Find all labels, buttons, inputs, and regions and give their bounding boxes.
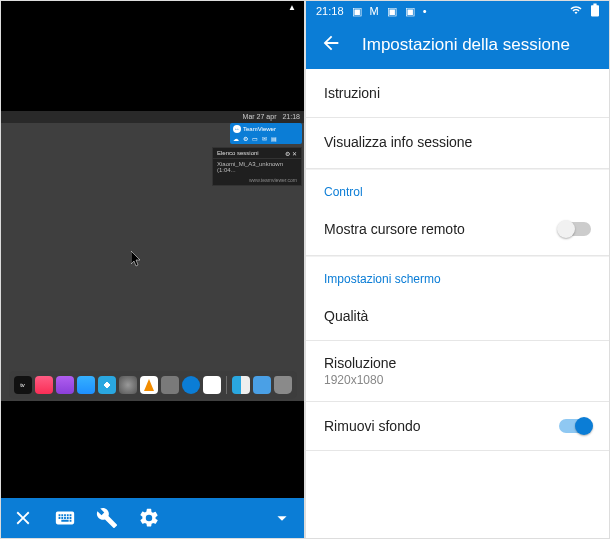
- dock-app-folder[interactable]: [253, 376, 271, 394]
- section-header-control: Control: [306, 169, 609, 205]
- row-label: Qualità: [324, 308, 591, 324]
- dock-app-teamviewer[interactable]: [182, 376, 200, 394]
- keyboard-button[interactable]: [53, 506, 77, 530]
- tv-icon-chat[interactable]: ✉: [262, 135, 267, 142]
- dock-app-music[interactable]: [35, 376, 53, 394]
- menubar-time: 21:18: [282, 113, 300, 120]
- dock-app-podcasts[interactable]: [56, 376, 74, 394]
- settings-list: Istruzioni Visualizza info sessione Cont…: [306, 69, 609, 538]
- status-app2-icon: ▣: [405, 5, 415, 18]
- dock-separator: [226, 376, 227, 394]
- status-battery-icon: [591, 3, 599, 19]
- dock-app-document[interactable]: [203, 376, 221, 394]
- row-label: Mostra cursore remoto: [324, 221, 559, 237]
- row-label: Istruzioni: [324, 85, 591, 101]
- close-session-button[interactable]: [11, 506, 35, 530]
- menubar-date: Mar 27 apr: [243, 113, 277, 120]
- toggle-remote-cursor[interactable]: [559, 222, 591, 236]
- teamviewer-control-panel[interactable]: ↔ TeamViewer ☁ ⚙ ▭ ✉ ▤: [230, 123, 302, 144]
- tv-icon-bubble[interactable]: ☁: [233, 135, 239, 142]
- remote-macos-desktop[interactable]: Mar 27 apr 21:18 ↔ TeamViewer ☁ ⚙ ▭ ✉ ▤: [1, 111, 304, 401]
- row-quality[interactable]: Qualità: [306, 292, 609, 340]
- status-mail-icon: M: [370, 5, 379, 17]
- status-time: 21:18: [316, 5, 344, 17]
- appbar-title: Impostazioni della sessione: [362, 35, 570, 55]
- row-label: Rimuovi sfondo: [324, 418, 559, 434]
- dock-app-appstore[interactable]: [77, 376, 95, 394]
- device-status-bar: ▲: [1, 1, 304, 13]
- remote-session-toolbar: [1, 498, 304, 538]
- session-settings-panel: 21:18 ▣ M ▣ ▣ • Impostazioni della sessi…: [305, 0, 610, 539]
- expand-button[interactable]: [270, 506, 294, 530]
- row-label: Visualizza info sessione: [324, 134, 591, 150]
- tv-icon-settings[interactable]: ⚙: [243, 135, 248, 142]
- teamviewer-logo-icon: ↔: [233, 125, 241, 133]
- tv-icon-more[interactable]: ▤: [271, 135, 277, 142]
- wifi-icon: ▲: [288, 3, 296, 12]
- back-button[interactable]: [320, 32, 342, 58]
- row-resolution[interactable]: Risoluzione 1920x1080: [306, 341, 609, 401]
- section-header-screen: Impostazioni schermo: [306, 256, 609, 292]
- status-image-icon: ▣: [352, 5, 362, 18]
- session-list-header: Elenco sessioni ⚙ ✕: [213, 148, 301, 159]
- dock-app-safari[interactable]: [98, 376, 116, 394]
- dock-app-vlc[interactable]: [140, 376, 158, 394]
- dock-app-launchpad[interactable]: [161, 376, 179, 394]
- tv-icon-screen[interactable]: ▭: [252, 135, 258, 142]
- settings-button[interactable]: [137, 506, 161, 530]
- settings-appbar: Impostazioni della sessione: [306, 21, 609, 69]
- toggle-remove-background[interactable]: [559, 419, 591, 433]
- remote-cursor-icon: [131, 251, 143, 270]
- teamviewer-toolbar-icons[interactable]: ☁ ⚙ ▭ ✉ ▤: [233, 135, 299, 142]
- row-remove-background[interactable]: Rimuovi sfondo: [306, 402, 609, 450]
- macos-menubar: Mar 27 apr 21:18: [1, 111, 304, 123]
- macos-dock[interactable]: tv: [9, 371, 297, 399]
- status-wifi-icon: [569, 4, 583, 18]
- row-instructions[interactable]: Istruzioni: [306, 69, 609, 117]
- dock-app-trash[interactable]: [274, 376, 292, 394]
- status-dot-icon: •: [423, 5, 427, 17]
- row-label: Risoluzione: [324, 355, 591, 371]
- dock-app-appletv[interactable]: tv: [14, 376, 32, 394]
- session-list-link[interactable]: www.teamviewer.com: [213, 175, 301, 185]
- dock-app-finder[interactable]: [232, 376, 250, 394]
- divider: [306, 450, 609, 451]
- row-remote-cursor[interactable]: Mostra cursore remoto: [306, 205, 609, 253]
- dock-app-settings[interactable]: [119, 376, 137, 394]
- android-status-bar: 21:18 ▣ M ▣ ▣ •: [306, 1, 609, 21]
- row-session-info[interactable]: Visualizza info sessione: [306, 118, 609, 166]
- remote-screen-panel: ▲ Mar 27 apr 21:18 ↔ TeamViewer ☁ ⚙ ▭ ✉: [0, 0, 305, 539]
- resolution-value: 1920x1080: [324, 373, 591, 387]
- session-list-item[interactable]: Xiaomi_Mi_A3_unknown (1:04...: [213, 159, 301, 175]
- teamviewer-brand: TeamViewer: [243, 126, 276, 132]
- teamviewer-session-list[interactable]: Elenco sessioni ⚙ ✕ Xiaomi_Mi_A3_unknown…: [212, 147, 302, 186]
- remote-desktop-viewport[interactable]: Mar 27 apr 21:18 ↔ TeamViewer ☁ ⚙ ▭ ✉ ▤: [1, 13, 304, 498]
- tools-button[interactable]: [95, 506, 119, 530]
- status-app-icon: ▣: [387, 5, 397, 18]
